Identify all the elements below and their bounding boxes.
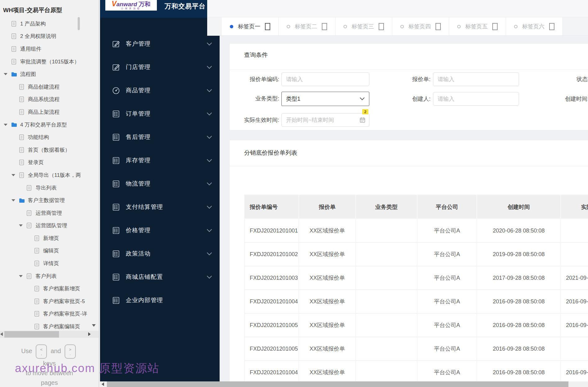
sitemap-item[interactable]: 客户主数据管理 — [0, 194, 99, 207]
sitemap-scroll-right-arrow-icon[interactable] — [88, 332, 91, 336]
table-row[interactable]: FXDJ20201201004XX区域报价单平台公司A2016-09-28 08… — [244, 361, 588, 384]
expand-caret-icon[interactable] — [11, 199, 16, 202]
sitemap-vertical-scrollbar[interactable] — [78, 17, 80, 30]
logo-v-mark: V — [112, 0, 116, 8]
expand-caret-icon[interactable] — [19, 275, 23, 278]
sitemap-horizontal-scroll-thumb[interactable] — [4, 331, 59, 338]
creator-input[interactable] — [433, 92, 519, 106]
nav-menu-item[interactable]: 物流管理 — [100, 174, 220, 193]
biz-type-select[interactable]: 类型1 — [281, 92, 369, 106]
sitemap-item[interactable]: 导出列表 — [0, 182, 99, 194]
sitemap-item[interactable]: 商品创建流程 — [0, 81, 99, 93]
nav-menu-item[interactable]: 门店管理 — [100, 58, 220, 76]
sitemap-item[interactable]: 新增页 — [0, 232, 99, 245]
sitemap-item-label: 功能结构 — [28, 134, 49, 141]
table-row[interactable]: FXDJ20201201004XX区域报价单平台公司A2016-09-28 08… — [244, 290, 588, 313]
table-cell — [561, 337, 588, 361]
sitemap-item[interactable]: 客户档案新增页 — [0, 282, 99, 295]
sitemap-item[interactable]: 运营团队管理 — [0, 219, 99, 232]
sitemap-item[interactable]: 4 万和交易平台原型 — [0, 118, 99, 131]
sitemap-item[interactable]: 首页（数据看板） — [0, 144, 99, 156]
tab-close-icon[interactable] — [492, 23, 498, 30]
tab-3[interactable]: 标签页三 — [335, 17, 392, 35]
quote-table-wrap: 报价单编号报价单业务类型平台公司创建时间实际生效时间 FXDJ202012010… — [244, 195, 588, 385]
sitemap-item[interactable]: 详情页 — [0, 257, 99, 270]
nav-menu-item[interactable]: 商品管理 — [100, 81, 220, 100]
sitemap-item[interactable]: 编辑页 — [0, 245, 99, 257]
tab-close-icon[interactable] — [435, 23, 441, 30]
sitemap-item[interactable]: 全局导出（11版本，两 — [0, 169, 99, 182]
tab-1[interactable]: 标签页一 — [222, 17, 279, 35]
expand-caret-icon[interactable] — [11, 174, 16, 177]
nav-menu-item[interactable]: 政策活动 — [100, 244, 220, 263]
app-header: Vanward 万和 让家更温暖 万和交易平台 — [100, 0, 207, 18]
sitemap-item[interactable]: 2 全局权限说明 — [0, 30, 99, 43]
table-row[interactable]: FXDJ20201201005XX区域报价单平台公司A2016-09-28 08… — [244, 337, 588, 361]
nav-menu-item[interactable]: 企业内部管理 — [100, 291, 220, 310]
expand-caret-icon[interactable] — [19, 224, 23, 227]
chevron-down-icon — [207, 229, 212, 232]
nav-menu-item[interactable]: 商城店铺配置 — [100, 268, 220, 286]
sitemap-scroll-down-arrow-icon[interactable] — [92, 324, 96, 327]
divider — [230, 166, 588, 166]
sitemap-item[interactable]: 客户列表 — [0, 270, 99, 283]
sitemap-item[interactable]: 通用组件 — [0, 43, 99, 55]
nav-menu-item[interactable]: 订单管理 — [100, 104, 220, 123]
tab-4[interactable]: 标签页四 — [392, 17, 449, 35]
sitemap-item[interactable]: 客户档案审批页-详 — [0, 308, 99, 320]
sitemap-item[interactable]: 商品上架流程 — [0, 106, 99, 118]
nav-menu-item[interactable]: 售后管理 — [100, 128, 220, 146]
quote-input[interactable] — [433, 72, 519, 86]
chevron-down-icon — [207, 275, 212, 279]
sitemap-item[interactable]: 1 产品架构 — [0, 17, 99, 30]
quote-code-input[interactable] — [281, 72, 369, 86]
main-horizontal-scroll-thumb[interactable] — [107, 381, 568, 387]
expand-caret-icon[interactable] — [4, 123, 8, 126]
table-row[interactable]: FXDJ20201201001XX区域报价单平台公司A2020-06-28 08… — [244, 219, 588, 242]
sitemap-item[interactable]: 商品系统流程 — [0, 93, 99, 106]
main-scroll-left-arrow-icon[interactable] — [102, 382, 104, 386]
axure-note-badge[interactable]: 2 — [362, 109, 368, 114]
nav-menu-item[interactable]: 价格管理 — [100, 221, 220, 240]
nav-menu-item[interactable]: 支付结算管理 — [100, 198, 220, 216]
expand-caret-icon[interactable] — [4, 73, 8, 76]
tab-2[interactable]: 标签页二 — [279, 17, 335, 35]
nav-menu-item[interactable]: 库存管理 — [100, 151, 220, 170]
table-cell: 2020-06-28 08:50:08 — [477, 219, 561, 242]
page-icon — [19, 84, 25, 90]
list-panel-title: 分销底价报价单列表 — [244, 149, 297, 157]
sitemap-item[interactable]: 登录页 — [0, 156, 99, 169]
date-range-placeholder: 开始时间~结束时间 — [286, 116, 334, 124]
sitemap-item[interactable]: 功能结构 — [0, 131, 99, 144]
tab-6[interactable]: 标签页六 — [506, 17, 563, 35]
effective-time-range-picker[interactable]: 开始时间~结束时间 — [281, 113, 369, 127]
page-icon — [34, 286, 40, 292]
vanward-logo: Vanward 万和 让家更温暖 — [105, 0, 157, 11]
hint-keys: keys — [0, 359, 99, 368]
list-panel: 分销底价报价单列表 报价单编号报价单业务类型平台公司创建时间实际生效时间 FXD… — [229, 140, 588, 387]
comma-key-icon: <, — [36, 344, 47, 359]
tab-close-icon[interactable] — [322, 23, 327, 30]
sitemap-horizontal-scrollbar[interactable] — [0, 331, 99, 338]
sitemap-item[interactable]: 客户档案审批页-5 — [0, 295, 99, 308]
folder-icon — [11, 72, 17, 77]
main-horizontal-scrollbar[interactable] — [100, 381, 588, 387]
nav-menu-item-label: 售后管理 — [126, 133, 207, 141]
tab-close-icon[interactable] — [265, 23, 270, 30]
tab-close-icon[interactable] — [549, 23, 554, 30]
tab-5[interactable]: 标签页五 — [449, 17, 506, 35]
chevron-down-icon — [207, 205, 212, 209]
inactive-tab-dot-icon — [400, 25, 404, 28]
sitemap-item[interactable]: 审批流调整（1015版本） — [0, 55, 99, 68]
sitemap-item[interactable]: 运营商管理 — [0, 207, 99, 219]
table-row[interactable]: FXDJ20201201002XX区域报价单平台公司A2019-09-28 08… — [244, 242, 588, 266]
tab-bar-spacer — [207, 17, 222, 35]
table-row[interactable]: FXDJ20201201003XX区域报价单平台公司A2017-09-28 08… — [244, 266, 588, 290]
tab-close-icon[interactable] — [379, 23, 384, 30]
table-cell — [356, 313, 417, 337]
sitemap-scroll-left-arrow-icon[interactable] — [0, 332, 3, 336]
sitemap-item-label: 审批流调整（1015版本） — [20, 58, 80, 65]
sitemap-item[interactable]: 流程图 — [0, 68, 99, 81]
table-row[interactable]: FXDJ20201201005XX区域报价单平台公司A2016-09-28 08… — [244, 313, 588, 337]
nav-menu-item[interactable]: 客户管理 — [100, 35, 220, 53]
